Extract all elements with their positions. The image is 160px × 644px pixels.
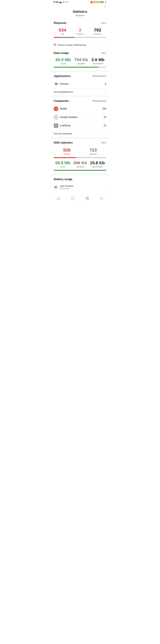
requests-chevron-icon: ▾ <box>105 22 106 24</box>
dns-requests-value: 723 <box>89 148 97 152</box>
data-usage-filter[interactable]: Any ▾ <box>101 52 106 54</box>
google-analytics-company-name: Google Analytics <box>60 116 78 118</box>
dns-uploaded-label: uploaded <box>73 166 87 168</box>
data-saved-stat: 60.0 Mb saved <box>56 58 71 65</box>
battery-info: Last 24 hours 36.78 mAh <box>60 185 73 190</box>
requests-stats-row: 534 ads 3 trackers 792 requests <box>54 27 106 36</box>
list-item: Reddit 256 <box>54 104 106 113</box>
battery-last-label: Last 24 hours <box>60 185 73 187</box>
data-downloaded-value: 2.6 Mb <box>92 58 104 62</box>
list-item: G Google Analytics 20 <box>54 113 106 122</box>
menu-button[interactable]: ⋮ <box>51 4 109 8</box>
dns-downloaded-stat: 15.8 Kb downloaded <box>90 161 105 168</box>
stats-nav-icon <box>85 197 89 201</box>
see-all-applications-row[interactable]: See all applications › <box>54 88 106 94</box>
battery-left: Last 24 hours 36.78 mAh <box>54 185 73 190</box>
dns-stats-chevron-icon: ▾ <box>105 142 106 144</box>
section-separator-2 <box>51 96 109 97</box>
dns-blocked-value: 526 <box>63 148 71 152</box>
section-separator-4 <box>51 174 109 175</box>
companies-filter[interactable]: Most blocked ▾ <box>93 100 106 102</box>
dns-uploaded-value: 696 Kb <box>73 161 87 165</box>
requests-filter[interactable]: Any ▾ <box>101 22 106 24</box>
data-usage-section: Data usage Any ▾ 60.0 Mb saved 754 Kb up… <box>51 49 109 70</box>
reddit-icon <box>54 106 58 111</box>
chrome-app-name: Chrome <box>60 82 68 85</box>
trackers-stat: 3 trackers <box>77 28 83 35</box>
camera-icon: 📷 <box>59 1 62 3</box>
activity-text: Recent activity (Filtering log) <box>58 44 86 46</box>
requests-title: Requests <box>54 21 67 24</box>
requests-section: Requests Any ▾ 534 ads 3 trackers 792 re… <box>51 19 109 41</box>
hamburger-line-1 <box>54 44 56 44</box>
list-item-left: G Google Analytics <box>54 115 78 120</box>
dns-blocked-label: blocked <box>63 153 71 155</box>
data-usage-stats-row: 60.0 Mb saved 754 Kb uploaded 2.6 Mb dow… <box>54 57 106 66</box>
google-analytics-company-count: 20 <box>104 116 106 118</box>
hamburger-line-2 <box>54 45 56 45</box>
battery-status: 100% <box>99 1 104 3</box>
dns-uploaded-stat: 696 Kb uploaded <box>73 161 87 168</box>
data-usage-progress-bar <box>54 67 106 68</box>
see-all-companies-row[interactable]: See all companies › <box>54 130 106 136</box>
see-all-companies-text: See all companies <box>54 132 72 135</box>
data-uploaded-stat: 754 Kb uploaded <box>74 58 88 65</box>
trackers-count: 3 <box>77 28 83 32</box>
dns-downloaded-label: downloaded <box>90 166 105 168</box>
nav-item-stats[interactable] <box>85 197 89 201</box>
shield-nav-icon <box>71 197 75 201</box>
data-saved-label: saved <box>56 62 71 65</box>
applications-title: Applications <box>54 74 71 78</box>
home-icon <box>57 197 60 201</box>
battery-usage-section: Battery usage Last 24 hours 36.78 mAh › <box>51 175 109 192</box>
ads-count: 534 <box>59 28 66 32</box>
nav-item-shield[interactable] <box>71 197 75 201</box>
data-usage-chevron-icon: ▾ <box>105 52 106 54</box>
applications-section: Applications Most blocked ▾ Chrome 8 See… <box>51 72 109 96</box>
data-usage-header: Data usage Any ▾ <box>54 51 106 54</box>
reddit-company-count: 256 <box>102 108 106 110</box>
dns-stats-title: DNS statistics <box>54 141 73 144</box>
dns-blocked-stat: 526 blocked <box>63 148 71 155</box>
recent-activity-row[interactable]: Recent activity (Filtering log) › <box>51 41 109 49</box>
filter-label: All time <box>76 14 83 17</box>
companies-chevron-icon: ▾ <box>105 100 106 102</box>
bottom-nav <box>51 195 109 203</box>
chrome-icon <box>54 82 58 86</box>
dns-saved-value: 59.8 Mb <box>55 161 71 165</box>
data-downloaded-stat: 2.6 Mb downloaded <box>92 58 104 65</box>
companies-section: Companies Most blocked ▾ Reddit <box>51 97 109 137</box>
section-separator-3 <box>51 137 109 139</box>
dns-progress-bar <box>54 157 106 158</box>
signal-icon: 📶 <box>96 1 99 3</box>
nav-item-home[interactable] <box>57 197 60 201</box>
battery-chevron-icon: › <box>105 186 106 189</box>
dns-saved-stat: 59.8 Mb saved <box>55 161 71 168</box>
svg-point-15 <box>101 198 102 199</box>
status-bar: 17:06 📷 🛡️ ♡ • 🔇 📶 📶 100% 🔋 <box>51 0 109 4</box>
three-dots-icon[interactable]: ⋮ <box>103 4 107 8</box>
svg-rect-12 <box>57 187 57 188</box>
dns-stats-filter[interactable]: Any ▾ <box>101 142 106 144</box>
list-item-left: R LiveRamp <box>54 124 71 128</box>
page-title: Statistics <box>51 8 109 14</box>
dns-stats-section: DNS statistics Any ▾ 526 blocked 723 req… <box>51 139 109 174</box>
dns-requests-stat: 723 requests <box>89 148 97 155</box>
applications-filter[interactable]: Most blocked ▾ <box>93 75 106 77</box>
dns-downloaded-value: 15.8 Kb <box>90 161 105 165</box>
dns-stats-header: DNS statistics Any ▾ <box>54 141 106 144</box>
battery-row[interactable]: Last 24 hours 36.78 mAh › <box>54 183 106 190</box>
data-usage-progress-fill <box>54 67 98 68</box>
see-all-companies-chevron-icon: › <box>105 132 106 135</box>
liveramp-icon: R <box>54 124 58 128</box>
dns-data-stats-row: 59.8 Mb saved 696 Kb uploaded 15.8 Kb do… <box>54 160 106 169</box>
svg-point-7 <box>56 109 57 109</box>
see-all-applications-chevron-icon: › <box>105 90 106 93</box>
data-uploaded-label: uploaded <box>74 62 88 65</box>
filter-row[interactable]: All time ▾ <box>51 14 109 19</box>
data-usage-title: Data usage <box>54 51 69 54</box>
nav-item-settings[interactable] <box>100 197 103 201</box>
hamburger-line-3 <box>54 46 55 46</box>
mute-icon: 🔇 <box>90 1 93 3</box>
svg-point-3 <box>55 83 57 84</box>
